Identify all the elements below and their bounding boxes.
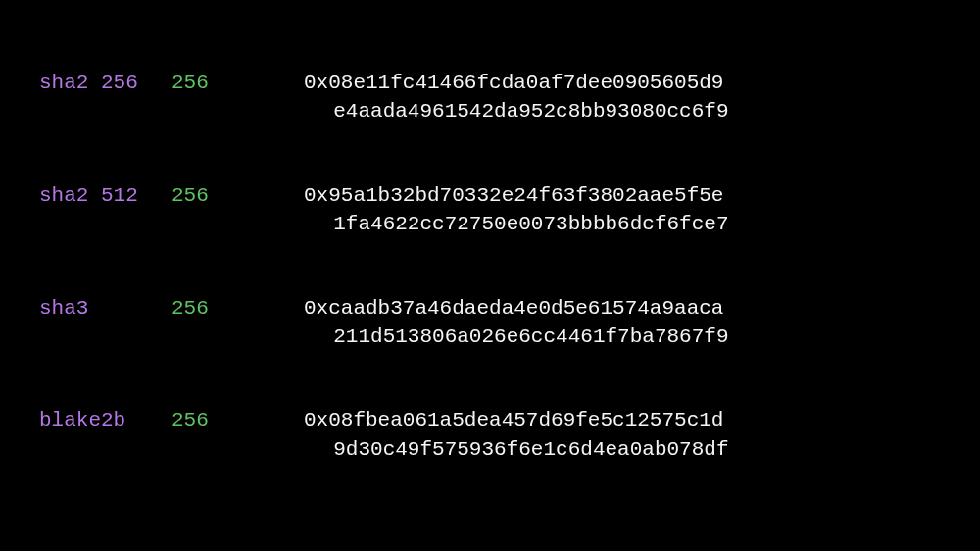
hash-row: sha3 256 0xcaadb37a46daeda4e0d5e61574a9a… <box>39 294 941 352</box>
algorithm-name: sha2 512 <box>39 181 172 239</box>
bit-length: 256 <box>172 69 304 126</box>
algorithm-name: sha3 <box>39 294 172 352</box>
hash-list: sha2 256 256 0x08e11fc41466fcda0af7dee09… <box>39 69 941 464</box>
hash-output: 0xcaadb37a46daeda4e0d5e61574a9aaca 211d5… <box>304 294 729 352</box>
hash-line-1: 0x95a1b32bd70332e24f63f3802aae5f5e <box>304 181 729 210</box>
algorithm-name: blake2b <box>39 406 172 464</box>
bit-length: 256 <box>172 181 304 239</box>
hash-line-1: 0x08fbea061a5dea457d69fe5c12575c1d <box>304 406 729 434</box>
hash-output: 0x95a1b32bd70332e24f63f3802aae5f5e 1fa46… <box>304 181 729 239</box>
hash-row: sha2 256 256 0x08e11fc41466fcda0af7dee09… <box>39 69 941 126</box>
bit-length: 256 <box>172 294 304 352</box>
hash-row: sha2 512 256 0x95a1b32bd70332e24f63f3802… <box>39 181 941 239</box>
bit-length: 256 <box>172 406 304 464</box>
hash-output: 0x08fbea061a5dea457d69fe5c12575c1d 9d30c… <box>304 406 729 464</box>
hash-line-2: 9d30c49f575936f6e1c6d4ea0ab078df <box>304 435 729 464</box>
hash-row: blake2b 256 0x08fbea061a5dea457d69fe5c12… <box>39 406 941 464</box>
algorithm-name: sha2 256 <box>39 69 172 126</box>
hash-output: 0x08e11fc41466fcda0af7dee0905605d9 e4aad… <box>304 69 729 126</box>
hash-line-1: 0x08e11fc41466fcda0af7dee0905605d9 <box>304 69 729 97</box>
hash-line-2: 211d513806a026e6cc4461f7ba7867f9 <box>304 323 729 351</box>
hash-line-1: 0xcaadb37a46daeda4e0d5e61574a9aaca <box>304 294 729 323</box>
hash-line-2: 1fa4622cc72750e0073bbbb6dcf6fce7 <box>304 210 729 238</box>
hash-line-2: e4aada4961542da952c8bb93080cc6f9 <box>304 97 729 125</box>
